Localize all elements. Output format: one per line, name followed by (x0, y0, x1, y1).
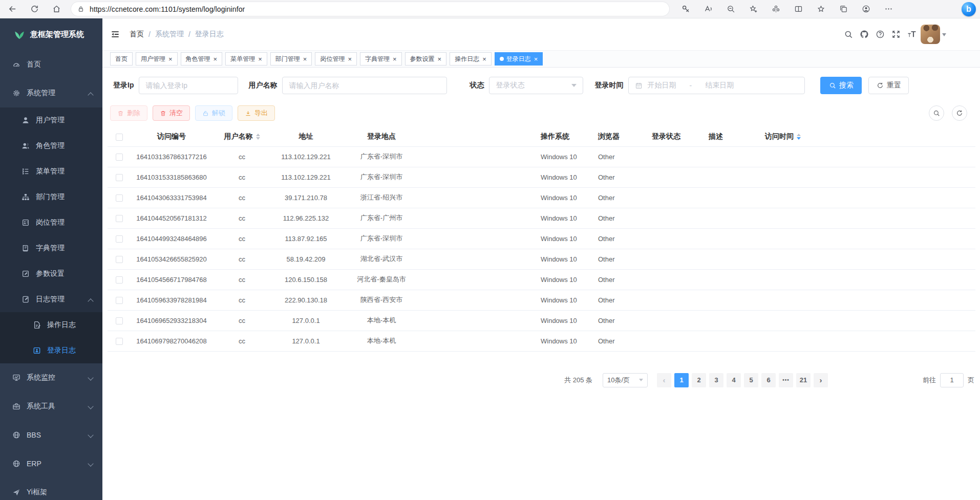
page-button[interactable]: ••• (779, 373, 793, 387)
more-icon[interactable] (884, 5, 893, 13)
circle-button[interactable] (952, 105, 967, 121)
home-icon[interactable] (52, 5, 61, 13)
page-button[interactable]: 6 (761, 373, 776, 387)
close-icon[interactable] (303, 56, 307, 62)
sidebar-item[interactable]: 岗位管理 (0, 210, 102, 235)
sidebar-item[interactable]: 部门管理 (0, 184, 102, 210)
sort-carets-icon[interactable] (256, 132, 260, 142)
url-bar[interactable]: https://ccnetcore.com:1101/system/log/lo… (71, 2, 669, 16)
close-icon[interactable] (438, 56, 442, 62)
row-checkbox[interactable] (116, 174, 123, 181)
favorites-bar-icon[interactable] (817, 5, 825, 13)
status-select[interactable]: 登录状态 (489, 77, 583, 94)
row-checkbox[interactable] (116, 194, 123, 202)
read-aloud-icon[interactable] (704, 5, 713, 13)
breadcrumb-item[interactable]: / 登录日志 (184, 30, 224, 39)
profile-icon[interactable] (862, 5, 870, 13)
row-checkbox[interactable] (116, 297, 123, 304)
row-checkbox[interactable] (116, 338, 123, 345)
circle-button[interactable] (929, 105, 944, 121)
favorites-add-icon[interactable] (749, 5, 758, 13)
toolbar-button[interactable]: 解锁 (195, 105, 232, 121)
tab[interactable]: 登录日志 (495, 52, 543, 66)
tab[interactable]: 参数设置 (405, 52, 447, 66)
sidebar-item[interactable]: 用户管理 (0, 107, 102, 133)
select-all-checkbox[interactable] (116, 134, 123, 141)
sidebar-item[interactable]: 操作日志 (0, 312, 102, 338)
sidebar-item[interactable]: 参数设置 (0, 261, 102, 287)
tab[interactable]: 首页 (110, 52, 133, 66)
close-icon[interactable] (168, 56, 173, 62)
reload-icon[interactable] (30, 5, 39, 13)
row-checkbox[interactable] (116, 317, 123, 324)
url-text[interactable]: https://ccnetcore.com:1101/system/log/lo… (90, 5, 245, 13)
page-size-select[interactable]: 10条/页 (603, 373, 648, 387)
close-icon[interactable] (258, 56, 262, 62)
sidebar-item[interactable]: BBS (0, 421, 102, 449)
sidebar-item[interactable]: 系统监控 (0, 363, 102, 392)
close-icon[interactable] (214, 56, 218, 62)
sidebar-item[interactable]: 系统工具 (0, 392, 102, 421)
bing-copilot-icon[interactable]: b (962, 2, 976, 16)
page-button[interactable]: 5 (744, 373, 758, 387)
close-icon[interactable] (393, 56, 397, 62)
toolbar-button[interactable]: 删除 (110, 105, 147, 121)
prev-page-button[interactable]: ‹ (657, 373, 671, 387)
close-icon[interactable] (348, 56, 352, 62)
page-button[interactable]: 2 (692, 373, 706, 387)
github-icon[interactable] (860, 30, 869, 39)
row-checkbox[interactable] (116, 276, 123, 284)
fullscreen-icon[interactable] (891, 30, 901, 39)
sidebar-item[interactable]: 角色管理 (0, 133, 102, 159)
sidebar-item[interactable]: ERP (0, 449, 102, 478)
date-end-placeholder[interactable]: 结束日期 (705, 81, 734, 90)
sidebar-item[interactable]: 系统管理 (0, 79, 102, 107)
row-checkbox[interactable] (116, 215, 123, 222)
row-checkbox[interactable] (116, 235, 123, 243)
date-start-placeholder[interactable]: 开始日期 (647, 81, 676, 90)
sidebar-item[interactable]: Yi框架 (0, 478, 102, 500)
caret-down-icon[interactable] (942, 33, 946, 38)
sidebar-item[interactable]: 字典管理 (0, 235, 102, 261)
page-button[interactable]: 4 (727, 373, 741, 387)
column-header[interactable]: 用户名称 (212, 127, 271, 146)
sidebar-item[interactable]: 菜单管理 (0, 159, 102, 184)
breadcrumb-item[interactable]: 首页 (130, 30, 144, 39)
search-button[interactable]: 搜索 (820, 77, 862, 94)
sort-carets-icon[interactable] (797, 132, 801, 142)
sidebar-fold-icon[interactable] (110, 29, 120, 39)
tab[interactable]: 菜单管理 (225, 52, 267, 66)
user-avatar[interactable] (921, 25, 940, 44)
help-icon[interactable] (876, 30, 885, 39)
tab[interactable]: 用户管理 (136, 52, 178, 66)
next-page-button[interactable]: › (814, 373, 828, 387)
key-icon[interactable] (681, 5, 690, 13)
date-range-picker[interactable]: 开始日期 - 结束日期 (628, 77, 805, 94)
login-ip-input[interactable] (139, 77, 238, 94)
goto-page-input[interactable] (940, 373, 964, 387)
toolbar-button[interactable]: 导出 (238, 105, 275, 121)
tab[interactable]: 字典管理 (360, 52, 402, 66)
close-icon[interactable] (482, 56, 486, 62)
tab[interactable]: 岗位管理 (315, 52, 357, 66)
breadcrumb-item[interactable]: / 系统管理 (144, 30, 184, 39)
column-header[interactable]: 访问时间 (762, 127, 826, 146)
sidebar-item[interactable]: 登录日志 (0, 338, 102, 363)
row-checkbox[interactable] (116, 154, 123, 161)
tab[interactable]: 角色管理 (181, 52, 223, 66)
split-screen-icon[interactable] (794, 5, 803, 13)
sidebar-item[interactable]: 日志管理 (0, 287, 102, 312)
back-icon[interactable] (8, 5, 17, 13)
tab[interactable]: 部门管理 (270, 52, 312, 66)
tab[interactable]: 操作日志 (450, 52, 492, 66)
zoom-out-icon[interactable] (727, 5, 735, 13)
sidebar-item[interactable]: 首页 (0, 50, 102, 79)
page-button[interactable]: 3 (709, 373, 723, 387)
toolbar-button[interactable]: 清空 (153, 105, 190, 121)
font-size-icon[interactable] (907, 30, 917, 39)
reset-button[interactable]: 重置 (868, 77, 909, 94)
user-name-input[interactable] (282, 77, 447, 94)
page-button[interactable]: 21 (796, 373, 811, 387)
search-icon[interactable] (844, 30, 853, 39)
close-icon[interactable] (534, 56, 538, 62)
